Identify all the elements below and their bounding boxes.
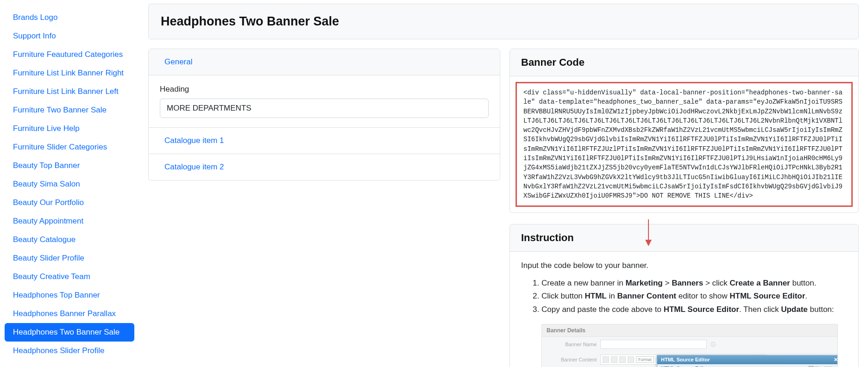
heading-input[interactable] xyxy=(160,99,489,118)
sidebar-item-beauty-sima-salon[interactable]: Beauty Sima Salon xyxy=(5,175,134,193)
instruction-steps: Create a new banner in Marketing > Banne… xyxy=(521,277,847,317)
toolbar-btn-icon xyxy=(619,356,626,363)
sidebar-item-beauty-slider-profile[interactable]: Beauty Slider Profile xyxy=(5,249,134,267)
toolbar-btn-icon xyxy=(603,356,609,363)
sidebar-item-furniture-slider-categories[interactable]: Furniture Slider Categories xyxy=(5,138,134,156)
sidebar: Brands Logo Support Info Furniture Feaut… xyxy=(0,0,139,367)
toolbar-format-select: Format xyxy=(636,356,654,363)
settings-column: General Heading Catalogue item 1 Catalog… xyxy=(148,49,500,367)
sidebar-item-beauty-appointment[interactable]: Beauty Appointment xyxy=(5,212,134,230)
banner-code-text[interactable]: <div class="u-hiddenVisually" data-local… xyxy=(516,82,853,207)
popup-close-icon: ✕ xyxy=(834,357,838,363)
accordion-header-general[interactable]: General xyxy=(149,49,500,75)
page-title: Headphones Two Banner Sale xyxy=(161,14,846,29)
sidebar-item-headphones-top-banner[interactable]: Headphones Top Banner xyxy=(5,286,134,305)
page-header: Headphones Two Banner Sale xyxy=(148,4,859,39)
sidebar-item-beauty-creative-team[interactable]: Beauty Creative Team xyxy=(5,267,134,286)
banner-code-card: Banner Code <div class="u-hiddenVisually… xyxy=(509,49,859,213)
instruction-diagram: Banner Details Banner Name ⓘ Banner Cont… xyxy=(541,324,838,367)
accordion: General Heading Catalogue item 1 Catalog… xyxy=(148,49,500,180)
diagram-popup: HTML Source Editor ✕ HTML Source Editor … xyxy=(657,355,838,367)
accordion-header-catalogue-item-2[interactable]: Catalogue item 2 xyxy=(149,154,500,180)
diagram-banner-content-label: Banner Content xyxy=(547,357,597,362)
sidebar-item-headphones-banner-parallax[interactable]: Headphones Banner Parallax xyxy=(5,305,134,323)
sidebar-item-headphones-slider-profile[interactable]: Headphones Slider Profile xyxy=(5,342,134,360)
banner-code-title: Banner Code xyxy=(510,49,858,76)
toolbar-btn-icon xyxy=(611,356,617,363)
sidebar-item-furniture-featured-categories[interactable]: Furniture Feautured Categories xyxy=(5,45,134,64)
info-column: Banner Code <div class="u-hiddenVisually… xyxy=(509,49,859,367)
instruction-step-1: Create a new banner in Marketing > Banne… xyxy=(541,277,847,290)
instruction-step-3: Copy and paste the code above to HTML So… xyxy=(541,303,847,317)
sidebar-item-furniture-two-banner-sale[interactable]: Furniture Two Banner Sale xyxy=(5,101,134,119)
sidebar-item-furniture-live-help[interactable]: Furniture Live Help xyxy=(5,119,134,138)
sidebar-item-beauty-catalogue[interactable]: Beauty Catalogue xyxy=(5,230,134,249)
help-icon: ⓘ xyxy=(711,341,716,348)
sidebar-item-brands-logo[interactable]: Brands Logo xyxy=(5,8,134,27)
toolbar-btn-icon xyxy=(628,356,634,363)
sidebar-item-beauty-our-portfolio[interactable]: Beauty Our Portfolio xyxy=(5,193,134,212)
sidebar-item-furniture-list-link-banner-left[interactable]: Furniture List Link Banner Left xyxy=(5,82,134,101)
sidebar-item-beauty-top-banner[interactable]: Beauty Top Banner xyxy=(5,156,134,175)
heading-label: Heading xyxy=(160,85,489,94)
sidebar-item-support-info[interactable]: Support Info xyxy=(5,27,134,45)
sidebar-item-headphones-two-banner-sale[interactable]: Headphones Two Banner Sale xyxy=(5,323,134,342)
instruction-card: Instruction Input the code below to your… xyxy=(509,224,859,367)
diagram-banner-name-label: Banner Name xyxy=(547,342,597,347)
diagram-panel-title: Banner Details xyxy=(542,324,837,337)
diagram-banner-name-input xyxy=(600,340,707,349)
accordion-header-catalogue-item-1[interactable]: Catalogue item 1 xyxy=(149,128,500,154)
instruction-step-2: Click button HTML in Banner Content edit… xyxy=(541,290,847,303)
instruction-intro: Input the code below to your banner. xyxy=(521,261,847,270)
popup-title: HTML Source Editor xyxy=(661,357,710,363)
main-content: Headphones Two Banner Sale General Headi… xyxy=(139,0,868,367)
sidebar-item-furniture-list-link-banner-right[interactable]: Furniture List Link Banner Right xyxy=(5,64,134,82)
accordion-body-general: Heading xyxy=(149,75,500,127)
instruction-title: Instruction xyxy=(510,224,858,252)
